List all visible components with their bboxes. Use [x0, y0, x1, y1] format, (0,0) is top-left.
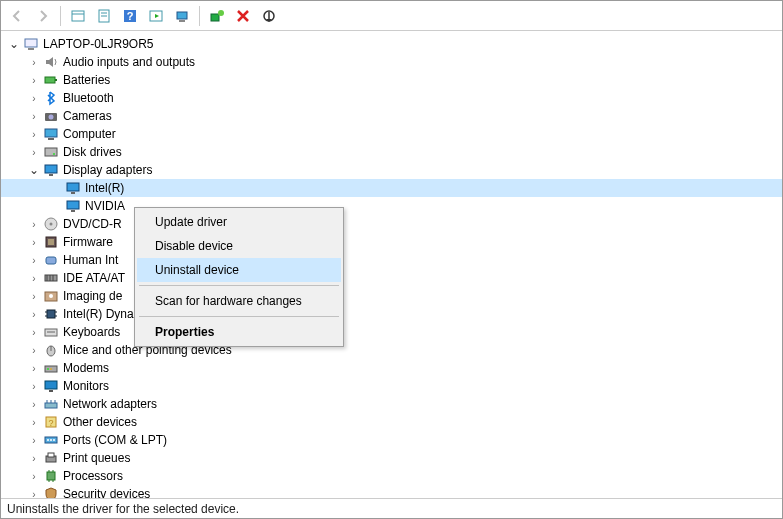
context-menu-item[interactable]: Uninstall device [137, 258, 341, 282]
chevron-right-icon[interactable]: › [27, 235, 41, 249]
chevron-right-icon[interactable]: › [27, 145, 41, 159]
imaging-icon [43, 288, 59, 304]
tree-item-label: Disk drives [63, 145, 122, 159]
tree-category[interactable]: ›Print queues [1, 449, 782, 467]
tree-category[interactable]: ›Firmware [1, 233, 782, 251]
chevron-right-icon[interactable]: › [27, 73, 41, 87]
svg-rect-23 [45, 165, 57, 173]
svg-rect-21 [45, 148, 57, 156]
chevron-right-icon[interactable]: › [27, 397, 41, 411]
tree-category[interactable]: ›Cameras [1, 107, 782, 125]
display-icon [43, 162, 59, 178]
ide-icon [43, 270, 59, 286]
properties-button[interactable] [92, 4, 116, 28]
tree-category[interactable]: ›?Other devices [1, 413, 782, 431]
chevron-right-icon[interactable]: › [27, 289, 41, 303]
tree-category[interactable]: ›Computer [1, 125, 782, 143]
tree-category[interactable]: ›Ports (COM & LPT) [1, 431, 782, 449]
audio-icon [43, 54, 59, 70]
keyboard-icon [43, 324, 59, 340]
svg-point-51 [50, 368, 52, 370]
tree-category[interactable]: ›DVD/CD-R [1, 215, 782, 233]
tree-category[interactable]: ›Audio inputs and outputs [1, 53, 782, 71]
remove-button[interactable] [231, 4, 255, 28]
context-menu-item[interactable]: Properties [137, 320, 341, 344]
tree-category[interactable]: ›Network adapters [1, 395, 782, 413]
status-bar: Uninstalls the driver for the selected d… [1, 498, 782, 518]
computer-icon [23, 36, 39, 52]
chevron-right-icon[interactable]: › [27, 217, 41, 231]
tree-device[interactable]: NVIDIA [1, 197, 782, 215]
port-icon [43, 432, 59, 448]
update-button[interactable] [257, 4, 281, 28]
chevron-right-icon[interactable]: › [27, 469, 41, 483]
tree-device[interactable]: Intel(R) [1, 179, 782, 197]
toolbar: ? [1, 1, 782, 31]
tree-item-label: Intel(R) [85, 181, 124, 195]
svg-rect-16 [55, 79, 57, 81]
chevron-right-icon[interactable]: › [27, 415, 41, 429]
svg-text:?: ? [48, 418, 53, 428]
tree-category[interactable]: ›Disk drives [1, 143, 782, 161]
svg-rect-52 [45, 381, 57, 389]
tree-category[interactable]: ›Security devices [1, 485, 782, 498]
chevron-right-icon[interactable]: › [27, 451, 41, 465]
chevron-right-icon[interactable]: › [27, 343, 41, 357]
chevron-right-icon[interactable]: › [27, 487, 41, 498]
tree-category[interactable]: ›Intel(R) Dynamic Platform and Thermal F… [1, 305, 782, 323]
network-icon [43, 396, 59, 412]
chevron-right-icon[interactable]: › [27, 379, 41, 393]
svg-rect-27 [67, 201, 79, 209]
svg-point-39 [49, 294, 53, 298]
tree-category[interactable]: ›IDE ATA/AT [1, 269, 782, 287]
chevron-right-icon[interactable]: › [27, 253, 41, 267]
toolbar-separator [60, 6, 61, 26]
tree-item-label: Audio inputs and outputs [63, 55, 195, 69]
chevron-right-icon[interactable]: › [27, 361, 41, 375]
disk-icon [43, 144, 59, 160]
chevron-down-icon[interactable]: ⌄ [7, 37, 21, 51]
tree-item-label: IDE ATA/AT [63, 271, 125, 285]
svg-point-50 [47, 368, 49, 370]
device-tree[interactable]: ⌄LAPTOP-0LJR9OR5›Audio inputs and output… [1, 31, 782, 498]
forward-button[interactable] [31, 4, 55, 28]
tree-root[interactable]: ⌄LAPTOP-0LJR9OR5 [1, 35, 782, 53]
context-menu-item[interactable]: Scan for hardware changes [137, 289, 341, 313]
back-button[interactable] [5, 4, 29, 28]
tree-category[interactable]: ›Bluetooth [1, 89, 782, 107]
context-menu-item[interactable]: Disable device [137, 234, 341, 258]
scan-button[interactable] [170, 4, 194, 28]
tree-category[interactable]: ⌄Display adapters [1, 161, 782, 179]
tree-category[interactable]: ›Mice and other pointing devices [1, 341, 782, 359]
tree-category[interactable]: ›Human Int [1, 251, 782, 269]
svg-rect-32 [48, 239, 54, 245]
show-hidden-button[interactable] [66, 4, 90, 28]
action-button[interactable] [144, 4, 168, 28]
chevron-right-icon[interactable]: › [27, 91, 41, 105]
svg-rect-10 [211, 14, 219, 21]
chevron-right-icon[interactable]: › [27, 109, 41, 123]
help-button[interactable]: ? [118, 4, 142, 28]
chevron-right-icon[interactable]: › [27, 433, 41, 447]
tree-category[interactable]: ›Imaging de [1, 287, 782, 305]
svg-text:?: ? [127, 10, 134, 22]
dvd-icon [43, 216, 59, 232]
chevron-right-icon[interactable]: › [27, 307, 41, 321]
chevron-right-icon[interactable]: › [27, 325, 41, 339]
context-menu-item[interactable]: Update driver [137, 210, 341, 234]
chevron-down-icon[interactable]: ⌄ [27, 163, 41, 177]
tree-category[interactable]: ›Monitors [1, 377, 782, 395]
add-legacy-button[interactable] [205, 4, 229, 28]
computer-filled-icon [43, 126, 59, 142]
tree-category[interactable]: ›Keyboards [1, 323, 782, 341]
tree-category[interactable]: ›Batteries [1, 71, 782, 89]
svg-rect-65 [48, 453, 54, 457]
svg-rect-9 [179, 20, 185, 22]
tree-category[interactable]: ›Modems [1, 359, 782, 377]
tree-item-label: Keyboards [63, 325, 120, 339]
tree-item-label: Computer [63, 127, 116, 141]
chevron-right-icon[interactable]: › [27, 127, 41, 141]
chevron-right-icon[interactable]: › [27, 55, 41, 69]
tree-category[interactable]: ›Processors [1, 467, 782, 485]
chevron-right-icon[interactable]: › [27, 271, 41, 285]
